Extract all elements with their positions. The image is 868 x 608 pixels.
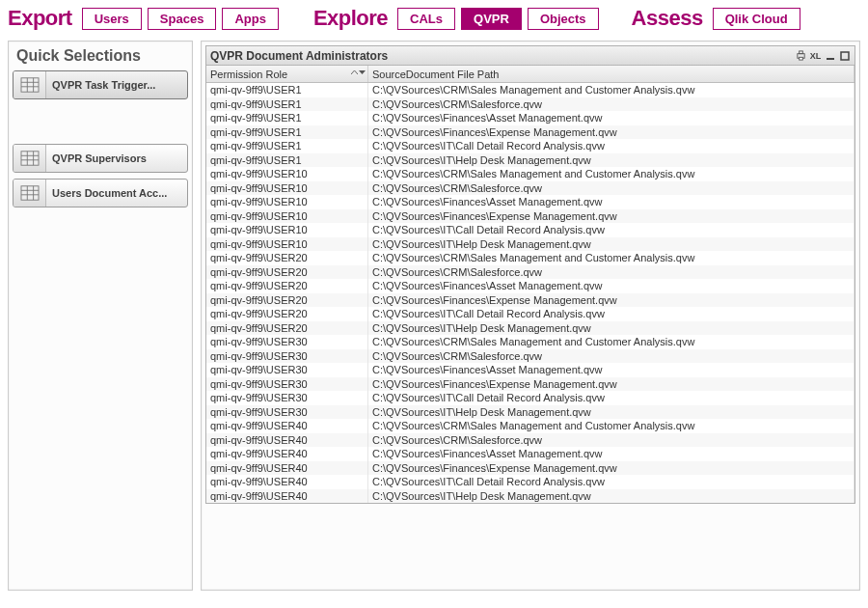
table-row[interactable]: qmi-qv-9ff9\USER40C:\QVSources\Finances\… [206, 447, 854, 461]
table-row[interactable]: qmi-qv-9ff9\USER20C:\QVSources\IT\Call D… [206, 307, 854, 321]
table-row[interactable]: qmi-qv-9ff9\USER10C:\QVSources\CRM\Sales… [206, 181, 854, 196]
cell-permission-role: qmi-qv-9ff9\USER40 [206, 489, 368, 504]
nav-qlikcloud[interactable]: Qlik Cloud [713, 8, 800, 30]
cell-permission-role: qmi-qv-9ff9\USER40 [206, 475, 368, 489]
table-row[interactable]: qmi-qv-9ff9\USER40C:\QVSources\Finances\… [206, 461, 854, 476]
cell-source-path: C:\QVSources\Finances\Expense Management… [368, 209, 854, 224]
spacer [13, 105, 188, 144]
cell-source-path: C:\QVSources\CRM\Salesforce.qvw [368, 97, 854, 112]
nav-users[interactable]: Users [82, 8, 142, 30]
cell-permission-role: qmi-qv-9ff9\USER20 [206, 321, 368, 336]
cell-source-path: C:\QVSources\IT\Help Desk Management.qvw [368, 405, 854, 420]
table-row[interactable]: qmi-qv-9ff9\USER10C:\QVSources\CRM\Sales… [206, 167, 854, 181]
table-row[interactable]: qmi-qv-9ff9\USER30C:\QVSources\IT\Help D… [206, 405, 854, 420]
cell-permission-role: qmi-qv-9ff9\USER30 [206, 391, 368, 405]
table-row[interactable]: qmi-qv-9ff9\USER10C:\QVSources\IT\Call D… [206, 223, 854, 237]
table-row[interactable]: qmi-qv-9ff9\USER20C:\QVSources\Finances\… [206, 279, 854, 293]
qs-supervisors[interactable]: QVPR Supervisors [13, 144, 188, 173]
cell-permission-role: qmi-qv-9ff9\USER10 [206, 167, 368, 181]
cell-permission-role: qmi-qv-9ff9\USER1 [206, 139, 368, 153]
table-row[interactable]: qmi-qv-9ff9\USER20C:\QVSources\IT\Help D… [206, 321, 854, 336]
table-row[interactable]: qmi-qv-9ff9\USER30C:\QVSources\Finances\… [206, 363, 854, 377]
export-label: Export [8, 6, 72, 31]
table-row[interactable]: qmi-qv-9ff9\USER1C:\QVSources\IT\Help De… [206, 153, 854, 168]
cell-source-path: C:\QVSources\Finances\Asset Management.q… [368, 195, 854, 209]
svg-rect-10 [21, 186, 39, 200]
table-row[interactable]: qmi-qv-9ff9\USER30C:\QVSources\IT\Call D… [206, 391, 854, 405]
object-title: QVPR Document Administrators [210, 49, 795, 63]
table-row[interactable]: qmi-qv-9ff9\USER10C:\QVSources\IT\Help D… [206, 237, 854, 252]
table-row[interactable]: qmi-qv-9ff9\USER10C:\QVSources\Finances\… [206, 195, 854, 209]
table-row[interactable]: qmi-qv-9ff9\USER1C:\QVSources\IT\Call De… [206, 139, 854, 153]
qs-label: QVPR Task Trigger... [46, 79, 187, 91]
table-row[interactable]: qmi-qv-9ff9\USER40C:\QVSources\IT\Call D… [206, 475, 854, 489]
grid-icon [14, 145, 46, 172]
cell-permission-role: qmi-qv-9ff9\USER40 [206, 447, 368, 461]
column-headers: Permission Role SourceDocument File Path [206, 66, 854, 83]
cell-source-path: C:\QVSources\IT\Help Desk Management.qvw [368, 321, 854, 336]
nav-spaces[interactable]: Spaces [148, 8, 217, 30]
svg-rect-5 [21, 152, 39, 165]
object-titlebar[interactable]: QVPR Document Administrators XL [206, 46, 854, 66]
table-rows: qmi-qv-9ff9\USER1C:\QVSources\CRM\Sales … [206, 83, 854, 503]
cell-permission-role: qmi-qv-9ff9\USER40 [206, 433, 368, 448]
table-row[interactable]: qmi-qv-9ff9\USER30C:\QVSources\CRM\Sales… [206, 349, 854, 364]
table-row[interactable]: qmi-qv-9ff9\USER1C:\QVSources\Finances\E… [206, 125, 854, 140]
col-source-doc-path[interactable]: SourceDocument File Path [368, 66, 854, 82]
table-row[interactable]: qmi-qv-9ff9\USER10C:\QVSources\Finances\… [206, 209, 854, 224]
svg-rect-17 [800, 57, 803, 60]
table-row[interactable]: qmi-qv-9ff9\USER1C:\QVSources\CRM\Salesf… [206, 97, 854, 112]
qs-users-doc-access[interactable]: Users Document Acc... [13, 179, 188, 207]
cell-permission-role: qmi-qv-9ff9\USER30 [206, 349, 368, 364]
table-row[interactable]: qmi-qv-9ff9\USER1C:\QVSources\Finances\A… [206, 111, 854, 125]
nav-qvpr[interactable]: QVPR [461, 8, 522, 30]
table-row[interactable]: qmi-qv-9ff9\USER30C:\QVSources\Finances\… [206, 377, 854, 392]
print-icon[interactable] [795, 49, 807, 62]
cell-source-path: C:\QVSources\IT\Call Detail Record Analy… [368, 391, 854, 405]
cell-permission-role: qmi-qv-9ff9\USER40 [206, 419, 368, 433]
cell-permission-role: qmi-qv-9ff9\USER10 [206, 209, 368, 224]
nav-cals[interactable]: CALs [397, 8, 455, 30]
cell-permission-role: qmi-qv-9ff9\USER10 [206, 195, 368, 209]
cell-source-path: C:\QVSources\IT\Call Detail Record Analy… [368, 139, 854, 153]
cell-source-path: C:\QVSources\CRM\Salesforce.qvw [368, 181, 854, 196]
minimize-icon[interactable] [824, 49, 836, 62]
export-xl-icon[interactable]: XL [809, 49, 822, 62]
table-row[interactable]: qmi-qv-9ff9\USER20C:\QVSources\Finances\… [206, 293, 854, 308]
cell-permission-role: qmi-qv-9ff9\USER1 [206, 97, 368, 112]
cell-source-path: C:\QVSources\Finances\Expense Management… [368, 293, 854, 308]
assess-label: Assess [632, 6, 703, 31]
cell-source-path: C:\QVSources\IT\Call Detail Record Analy… [368, 307, 854, 321]
cell-permission-role: qmi-qv-9ff9\USER1 [206, 111, 368, 125]
nav-apps[interactable]: Apps [222, 8, 279, 30]
table-row[interactable]: qmi-qv-9ff9\USER1C:\QVSources\CRM\Sales … [206, 83, 854, 97]
cell-source-path: C:\QVSources\IT\Help Desk Management.qvw [368, 153, 854, 168]
cell-source-path: C:\QVSources\CRM\Salesforce.qvw [368, 265, 854, 280]
cell-permission-role: qmi-qv-9ff9\USER30 [206, 377, 368, 392]
cell-source-path: C:\QVSources\CRM\Sales Management and Cu… [368, 251, 854, 265]
cell-permission-role: qmi-qv-9ff9\USER20 [206, 279, 368, 293]
table-row[interactable]: qmi-qv-9ff9\USER20C:\QVSources\CRM\Sales… [206, 251, 854, 265]
cell-permission-role: qmi-qv-9ff9\USER30 [206, 405, 368, 420]
table-row[interactable]: qmi-qv-9ff9\USER20C:\QVSources\CRM\Sales… [206, 265, 854, 280]
cell-source-path: C:\QVSources\Finances\Expense Management… [368, 461, 854, 476]
col-label: SourceDocument File Path [372, 69, 499, 80]
cell-source-path: C:\QVSources\CRM\Sales Management and Cu… [368, 419, 854, 433]
nav-objects[interactable]: Objects [528, 8, 599, 30]
cell-permission-role: qmi-qv-9ff9\USER30 [206, 335, 368, 349]
qs-task-triggers[interactable]: QVPR Task Trigger... [13, 70, 188, 99]
col-permission-role[interactable]: Permission Role [206, 66, 368, 82]
cell-source-path: C:\QVSources\Finances\Asset Management.q… [368, 363, 854, 377]
cell-permission-role: qmi-qv-9ff9\USER20 [206, 265, 368, 280]
table-row[interactable]: qmi-qv-9ff9\USER40C:\QVSources\CRM\Sales… [206, 419, 854, 433]
table-row[interactable]: qmi-qv-9ff9\USER40C:\QVSources\IT\Help D… [206, 489, 854, 504]
table-row[interactable]: qmi-qv-9ff9\USER30C:\QVSources\CRM\Sales… [206, 335, 854, 349]
maximize-icon[interactable] [838, 49, 851, 62]
table-row[interactable]: qmi-qv-9ff9\USER40C:\QVSources\CRM\Sales… [206, 433, 854, 448]
cell-permission-role: qmi-qv-9ff9\USER20 [206, 293, 368, 308]
cell-source-path: C:\QVSources\IT\Call Detail Record Analy… [368, 223, 854, 237]
cell-permission-role: qmi-qv-9ff9\USER20 [206, 251, 368, 265]
sort-dropdown-icon[interactable] [351, 68, 366, 77]
svg-rect-0 [21, 78, 39, 92]
cell-permission-role: qmi-qv-9ff9\USER10 [206, 237, 368, 252]
